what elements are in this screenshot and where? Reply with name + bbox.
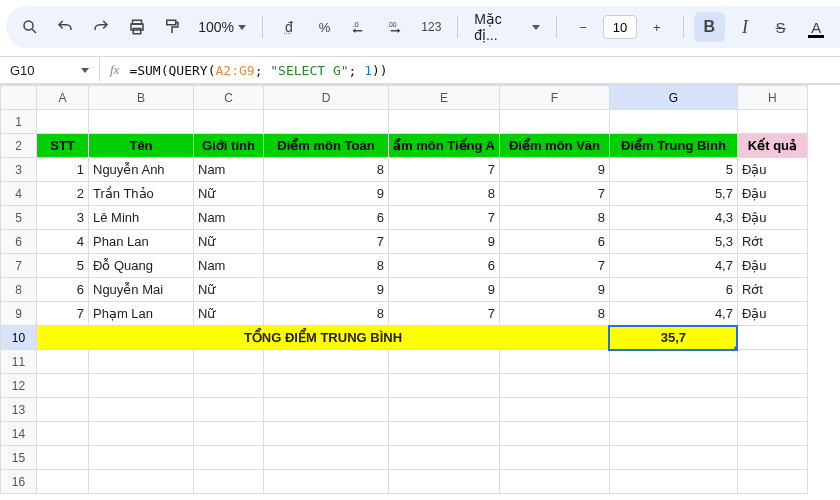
cell[interactable]: 2 [37,182,89,206]
cell[interactable]: Nam [194,158,264,182]
cell[interactable] [499,374,609,398]
cell[interactable]: 8 [264,254,389,278]
cell[interactable] [389,110,500,134]
print-icon[interactable] [121,12,153,42]
cell[interactable] [37,374,89,398]
search-icon[interactable] [14,12,46,42]
cell[interactable] [609,110,737,134]
cell[interactable]: Nữ [194,230,264,254]
spreadsheet-grid[interactable]: A B C D E F G H 1 2 STT Tên Giới tính Đi… [0,84,840,494]
row-header[interactable]: 7 [1,254,37,278]
cell[interactable]: 9 [389,278,500,302]
cell[interactable]: Nữ [194,182,264,206]
cell[interactable]: 8 [264,302,389,326]
cell[interactable]: 7 [264,230,389,254]
row-header[interactable]: 13 [1,398,37,422]
cell[interactable]: Đậu [737,158,807,182]
col-header[interactable]: E [389,86,500,110]
row-header[interactable]: 9 [1,302,37,326]
cell[interactable] [264,350,389,374]
col-header[interactable]: H [737,86,807,110]
cell[interactable]: 5,3 [609,230,737,254]
cell[interactable]: Đỗ Quang [89,254,194,278]
cell[interactable] [737,422,807,446]
cell[interactable] [389,446,500,470]
cell[interactable]: 5 [37,254,89,278]
strikethrough-button[interactable]: S [765,12,797,42]
cell[interactable] [499,350,609,374]
cell[interactable] [609,374,737,398]
row-header[interactable]: 1 [1,110,37,134]
cell[interactable]: Nữ [194,302,264,326]
cell-name-box[interactable]: G10 [0,57,100,83]
cell[interactable] [737,110,807,134]
font-select[interactable]: Mặc đị... [468,12,546,42]
cell[interactable] [499,422,609,446]
italic-button[interactable]: I [729,12,761,42]
cell[interactable]: Trần Thảo [89,182,194,206]
cell[interactable]: 6 [37,278,89,302]
row-header[interactable]: 2 [1,134,37,158]
cell[interactable] [264,110,389,134]
cell[interactable]: 7 [389,302,500,326]
cell[interactable] [499,446,609,470]
cell[interactable] [89,110,194,134]
cell[interactable]: 8 [264,158,389,182]
cell[interactable]: 7 [499,254,609,278]
cell[interactable] [737,350,807,374]
cell[interactable] [37,350,89,374]
row-header[interactable]: 5 [1,206,37,230]
cell[interactable]: 7 [389,206,500,230]
cell[interactable]: 3 [37,206,89,230]
cell[interactable]: 5,7 [609,182,737,206]
cell[interactable] [89,470,194,494]
cell[interactable] [194,110,264,134]
cell[interactable]: 4,7 [609,302,737,326]
cell[interactable] [194,350,264,374]
currency-button[interactable]: đ [273,12,305,42]
cell[interactable]: 7 [499,182,609,206]
cell[interactable]: Rớt [737,278,807,302]
cell[interactable] [89,374,194,398]
cell[interactable]: STT [37,134,89,158]
cell[interactable] [194,374,264,398]
redo-icon[interactable] [85,12,117,42]
col-header[interactable]: G [609,86,737,110]
cell[interactable] [264,446,389,470]
percent-button[interactable]: % [309,12,341,42]
cell[interactable] [499,110,609,134]
font-size-input[interactable] [603,15,637,39]
cell[interactable] [89,350,194,374]
cell[interactable] [37,446,89,470]
cell[interactable] [737,374,807,398]
row-header[interactable]: 10 [1,326,37,350]
cell[interactable] [89,446,194,470]
cell[interactable]: Đậu [737,182,807,206]
row-header[interactable]: 15 [1,446,37,470]
col-header[interactable]: F [499,86,609,110]
cell[interactable]: 6 [609,278,737,302]
row-header[interactable]: 8 [1,278,37,302]
total-label-cell[interactable]: TỔNG ĐIỂM TRUNG BÌNH [37,326,610,350]
row-header[interactable]: 3 [1,158,37,182]
formula-input[interactable]: =SUM(QUERY(A2:G9; "SELECT G"; 1)) [129,63,387,78]
cell[interactable]: Điểm Trung Bình [609,134,737,158]
col-header[interactable]: B [89,86,194,110]
cell[interactable] [609,470,737,494]
cell[interactable]: Đậu [737,302,807,326]
cell[interactable]: 4 [37,230,89,254]
cell[interactable] [609,398,737,422]
cell[interactable] [609,350,737,374]
cell[interactable] [389,470,500,494]
cell[interactable]: 1 [37,158,89,182]
cell[interactable]: Nữ [194,278,264,302]
cell[interactable]: 9 [264,278,389,302]
row-header[interactable]: 11 [1,350,37,374]
cell[interactable]: 9 [499,158,609,182]
cell[interactable] [264,398,389,422]
undo-icon[interactable] [50,12,82,42]
cell[interactable]: 7 [37,302,89,326]
cell[interactable]: Nguyễn Mai [89,278,194,302]
cell[interactable] [264,374,389,398]
cell[interactable] [264,470,389,494]
